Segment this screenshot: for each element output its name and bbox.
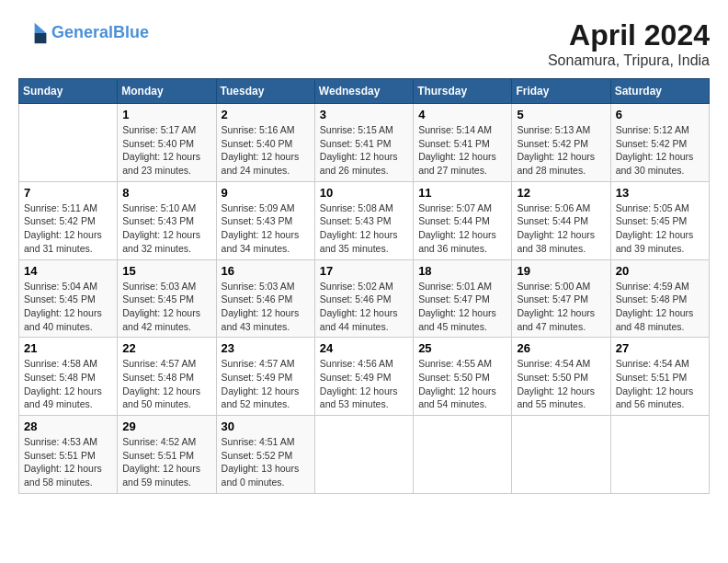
day-number: 29 <box>122 419 210 433</box>
day-info: Sunrise: 4:55 AM Sunset: 5:50 PM Dayligh… <box>418 357 506 411</box>
calendar-cell: 25Sunrise: 4:55 AM Sunset: 5:50 PM Dayli… <box>414 338 512 416</box>
day-info: Sunrise: 4:52 AM Sunset: 5:51 PM Dayligh… <box>122 435 210 489</box>
day-info: Sunrise: 5:16 AM Sunset: 5:40 PM Dayligh… <box>222 123 310 178</box>
calendar-cell <box>314 416 413 494</box>
day-info: Sunrise: 5:07 AM Sunset: 5:44 PM Dayligh… <box>418 201 506 256</box>
day-info: Sunrise: 4:54 AM Sunset: 5:51 PM Dayligh… <box>616 357 704 411</box>
day-info: Sunrise: 5:02 AM Sunset: 5:46 PM Dayligh… <box>320 280 408 334</box>
calendar-week-3: 14Sunrise: 5:04 AM Sunset: 5:45 PM Dayli… <box>19 259 710 338</box>
day-info: Sunrise: 5:06 AM Sunset: 5:44 PM Dayligh… <box>517 201 605 256</box>
day-info: Sunrise: 5:04 AM Sunset: 5:45 PM Dayligh… <box>24 280 112 334</box>
calendar-cell: 29Sunrise: 4:52 AM Sunset: 5:51 PM Dayli… <box>118 416 216 494</box>
day-info: Sunrise: 4:58 AM Sunset: 5:48 PM Dayligh… <box>24 357 112 411</box>
day-number: 1 <box>122 108 210 121</box>
logo: GeneralBlue <box>18 18 149 48</box>
day-info: Sunrise: 4:54 AM Sunset: 5:50 PM Dayligh… <box>517 357 605 411</box>
calendar-cell <box>19 104 118 182</box>
calendar-cell: 2Sunrise: 5:16 AM Sunset: 5:40 PM Daylig… <box>216 104 314 182</box>
day-number: 19 <box>517 264 605 278</box>
day-info: Sunrise: 5:03 AM Sunset: 5:46 PM Dayligh… <box>222 280 310 334</box>
day-info: Sunrise: 5:09 AM Sunset: 5:43 PM Dayligh… <box>222 201 310 256</box>
day-number: 2 <box>222 108 310 121</box>
col-header-monday: Monday <box>118 79 216 104</box>
day-info: Sunrise: 5:03 AM Sunset: 5:45 PM Dayligh… <box>122 280 210 334</box>
calendar-cell: 18Sunrise: 5:01 AM Sunset: 5:47 PM Dayli… <box>414 259 512 338</box>
day-number: 10 <box>320 186 408 200</box>
title-block: April 2024 Sonamura, Tripura, India <box>548 18 710 69</box>
day-info: Sunrise: 5:14 AM Sunset: 5:41 PM Dayligh… <box>418 123 506 178</box>
day-info: Sunrise: 5:10 AM Sunset: 5:43 PM Dayligh… <box>122 201 210 256</box>
day-number: 18 <box>418 264 506 278</box>
calendar-title: April 2024 <box>548 18 710 52</box>
day-number: 24 <box>320 341 408 355</box>
day-info: Sunrise: 4:59 AM Sunset: 5:48 PM Dayligh… <box>616 280 704 334</box>
day-number: 3 <box>320 108 408 121</box>
day-number: 17 <box>320 264 408 278</box>
day-number: 28 <box>24 419 112 433</box>
page-header: GeneralBlue April 2024 Sonamura, Tripura… <box>18 18 710 69</box>
calendar-cell <box>414 416 512 494</box>
calendar-cell: 27Sunrise: 4:54 AM Sunset: 5:51 PM Dayli… <box>610 338 709 416</box>
calendar-cell: 26Sunrise: 4:54 AM Sunset: 5:50 PM Dayli… <box>512 338 610 416</box>
day-info: Sunrise: 5:13 AM Sunset: 5:42 PM Dayligh… <box>517 123 605 178</box>
day-info: Sunrise: 5:12 AM Sunset: 5:42 PM Dayligh… <box>616 123 704 178</box>
calendar-cell <box>512 416 610 494</box>
col-header-thursday: Thursday <box>414 79 512 104</box>
day-info: Sunrise: 5:17 AM Sunset: 5:40 PM Dayligh… <box>122 123 210 178</box>
day-number: 12 <box>517 186 605 200</box>
day-number: 25 <box>418 341 506 355</box>
day-number: 6 <box>616 108 704 121</box>
day-number: 14 <box>24 264 112 278</box>
day-info: Sunrise: 5:00 AM Sunset: 5:47 PM Dayligh… <box>517 280 605 334</box>
calendar-cell: 5Sunrise: 5:13 AM Sunset: 5:42 PM Daylig… <box>512 104 610 182</box>
calendar-cell: 13Sunrise: 5:05 AM Sunset: 5:45 PM Dayli… <box>610 181 709 259</box>
calendar-cell: 10Sunrise: 5:08 AM Sunset: 5:43 PM Dayli… <box>314 181 413 259</box>
svg-marker-0 <box>35 23 47 33</box>
logo-icon <box>18 18 48 48</box>
day-info: Sunrise: 5:01 AM Sunset: 5:47 PM Dayligh… <box>418 280 506 334</box>
day-number: 16 <box>222 264 310 278</box>
day-info: Sunrise: 4:57 AM Sunset: 5:49 PM Dayligh… <box>222 357 310 411</box>
day-number: 23 <box>222 341 310 355</box>
calendar-cell <box>610 416 709 494</box>
day-info: Sunrise: 5:05 AM Sunset: 5:45 PM Dayligh… <box>616 201 704 256</box>
svg-marker-1 <box>35 33 47 43</box>
calendar-cell: 4Sunrise: 5:14 AM Sunset: 5:41 PM Daylig… <box>414 104 512 182</box>
calendar-cell: 14Sunrise: 5:04 AM Sunset: 5:45 PM Dayli… <box>19 259 118 338</box>
calendar-week-1: 1Sunrise: 5:17 AM Sunset: 5:40 PM Daylig… <box>19 104 710 182</box>
day-number: 27 <box>616 341 704 355</box>
calendar-cell: 30Sunrise: 4:51 AM Sunset: 5:52 PM Dayli… <box>216 416 314 494</box>
calendar-subtitle: Sonamura, Tripura, India <box>548 52 710 69</box>
calendar-week-5: 28Sunrise: 4:53 AM Sunset: 5:51 PM Dayli… <box>19 416 710 494</box>
calendar-cell: 6Sunrise: 5:12 AM Sunset: 5:42 PM Daylig… <box>610 104 709 182</box>
calendar-cell: 15Sunrise: 5:03 AM Sunset: 5:45 PM Dayli… <box>118 259 216 338</box>
day-number: 9 <box>222 186 310 200</box>
col-header-saturday: Saturday <box>610 79 709 104</box>
calendar-cell: 22Sunrise: 4:57 AM Sunset: 5:48 PM Dayli… <box>118 338 216 416</box>
calendar-cell: 7Sunrise: 5:11 AM Sunset: 5:42 PM Daylig… <box>19 181 118 259</box>
calendar-cell: 23Sunrise: 4:57 AM Sunset: 5:49 PM Dayli… <box>216 338 314 416</box>
day-number: 15 <box>122 264 210 278</box>
calendar-cell: 11Sunrise: 5:07 AM Sunset: 5:44 PM Dayli… <box>414 181 512 259</box>
day-number: 26 <box>517 341 605 355</box>
calendar-cell: 1Sunrise: 5:17 AM Sunset: 5:40 PM Daylig… <box>118 104 216 182</box>
calendar-cell: 16Sunrise: 5:03 AM Sunset: 5:46 PM Dayli… <box>216 259 314 338</box>
calendar-cell: 9Sunrise: 5:09 AM Sunset: 5:43 PM Daylig… <box>216 181 314 259</box>
calendar-cell: 20Sunrise: 4:59 AM Sunset: 5:48 PM Dayli… <box>610 259 709 338</box>
calendar-cell: 24Sunrise: 4:56 AM Sunset: 5:49 PM Dayli… <box>314 338 413 416</box>
day-number: 22 <box>122 341 210 355</box>
day-info: Sunrise: 4:51 AM Sunset: 5:52 PM Dayligh… <box>222 435 310 489</box>
col-header-wednesday: Wednesday <box>314 79 413 104</box>
day-number: 11 <box>418 186 506 200</box>
day-number: 4 <box>418 108 506 121</box>
day-number: 8 <box>122 186 210 200</box>
col-header-tuesday: Tuesday <box>216 79 314 104</box>
calendar-cell: 12Sunrise: 5:06 AM Sunset: 5:44 PM Dayli… <box>512 181 610 259</box>
calendar-week-4: 21Sunrise: 4:58 AM Sunset: 5:48 PM Dayli… <box>19 338 710 416</box>
calendar-cell: 19Sunrise: 5:00 AM Sunset: 5:47 PM Dayli… <box>512 259 610 338</box>
calendar-cell: 8Sunrise: 5:10 AM Sunset: 5:43 PM Daylig… <box>118 181 216 259</box>
day-number: 21 <box>24 341 112 355</box>
logo-text: GeneralBlue <box>51 24 149 42</box>
day-info: Sunrise: 5:11 AM Sunset: 5:42 PM Dayligh… <box>24 201 112 256</box>
calendar-cell: 21Sunrise: 4:58 AM Sunset: 5:48 PM Dayli… <box>19 338 118 416</box>
